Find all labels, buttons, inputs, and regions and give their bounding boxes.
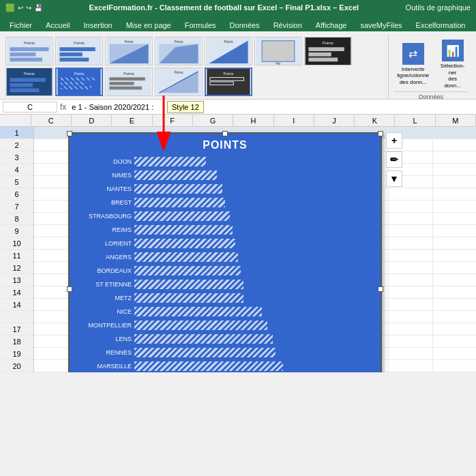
- tab-excelformation[interactable]: Excelformation: [409, 19, 473, 31]
- table-cell[interactable]: [433, 348, 476, 359]
- table-cell[interactable]: [389, 336, 433, 347]
- table-cell[interactable]: [433, 188, 476, 200]
- bar-label: NICE: [76, 308, 134, 315]
- chart-style-button[interactable]: ✏: [386, 151, 402, 168]
- chart-style-11[interactable]: Points: [155, 68, 203, 96]
- table-cell[interactable]: [433, 311, 476, 323]
- table-cell[interactable]: [433, 151, 476, 163]
- bar-label: DIJON: [76, 158, 134, 165]
- list-item: DIJON: [76, 155, 374, 168]
- chart-style-6[interactable]: Pts: [254, 37, 302, 65]
- name-box[interactable]: C: [3, 102, 57, 113]
- chart-style-12[interactable]: Points: [205, 68, 252, 96]
- row-2: 2: [0, 139, 33, 151]
- tab-revision[interactable]: Révision: [267, 19, 309, 31]
- table-cell[interactable]: [389, 299, 433, 310]
- table-cell[interactable]: [389, 323, 433, 335]
- svg-rect-37: [61, 82, 84, 85]
- table-cell[interactable]: [433, 176, 476, 188]
- table-cell[interactable]: [433, 200, 476, 212]
- resize-handle-tr[interactable]: [378, 131, 383, 136]
- table-cell[interactable]: [433, 139, 476, 151]
- resize-handle-mr[interactable]: [378, 286, 383, 292]
- list-item: NANTES: [76, 183, 374, 195]
- chart-style-8[interactable]: Points: [5, 68, 53, 96]
- table-cell[interactable]: [433, 336, 476, 347]
- bar-area: [134, 321, 374, 330]
- table-cell[interactable]: [389, 286, 433, 298]
- tab-miseenpage[interactable]: Mise en page: [119, 19, 178, 31]
- intervertir-button[interactable]: ⇄ Intervertirligne/colonnedes donn...: [394, 40, 432, 89]
- chart-body: DIJON NIMES NANTES BREST STRASBOURG: [70, 154, 381, 372]
- save-icon[interactable]: 💾: [34, 4, 42, 12]
- table-cell[interactable]: [389, 250, 433, 261]
- chart-style-10[interactable]: Points: [105, 68, 153, 96]
- col-header-e: E: [112, 115, 152, 126]
- chart-style-3[interactable]: Points: [105, 37, 153, 65]
- excel-logo: 🟩: [5, 3, 15, 12]
- chart-style-5[interactable]: Points: [205, 37, 252, 65]
- undo-icon[interactable]: ↩: [18, 4, 23, 12]
- chart-add-element-button[interactable]: +: [386, 132, 402, 149]
- table-cell[interactable]: [389, 213, 433, 224]
- chart-style-4[interactable]: Points: [155, 37, 203, 65]
- formula-input[interactable]: e 1 - Saison 2020/2021 :: [69, 102, 473, 112]
- bar-area: [134, 184, 374, 194]
- svg-text:Points: Points: [124, 40, 134, 44]
- col-header-g: G: [193, 115, 233, 126]
- tab-insertion[interactable]: Insertion: [76, 19, 119, 31]
- resize-handle-ml[interactable]: [67, 286, 72, 292]
- selection-button[interactable]: 📊 Sélection-nerdes donn...: [437, 37, 468, 91]
- tab-savemyfiles[interactable]: saveMyFiles: [353, 19, 408, 31]
- table-cell[interactable]: [433, 262, 476, 273]
- svg-rect-7: [59, 53, 82, 57]
- table-cell[interactable]: [433, 250, 476, 261]
- tab-donnees[interactable]: Données: [223, 19, 267, 31]
- row-1: 1: [0, 127, 33, 139]
- table-cell[interactable]: [389, 188, 433, 200]
- ribbon-section-label: Données: [394, 91, 468, 102]
- table-cell[interactable]: [433, 299, 476, 310]
- chart-style-7[interactable]: Points: [304, 37, 352, 65]
- resize-handle-tm[interactable]: [222, 131, 228, 136]
- table-cell[interactable]: [433, 164, 476, 175]
- chart-style-2[interactable]: Points: [55, 37, 103, 65]
- tab-fichier[interactable]: Fichier: [3, 19, 39, 31]
- svg-rect-1: [10, 47, 48, 51]
- table-cell[interactable]: [433, 213, 476, 224]
- chart-style-9[interactable]: Points: [55, 68, 103, 96]
- table-cell[interactable]: [433, 274, 476, 286]
- selection-label: Sélection-nerdes donn...: [440, 63, 465, 89]
- col-header-m: M: [436, 115, 476, 126]
- table-cell[interactable]: [389, 360, 433, 372]
- table-cell[interactable]: [433, 237, 476, 249]
- resize-handle-tl[interactable]: [67, 131, 72, 136]
- tab-developpeur[interactable]: Développeur: [472, 19, 476, 31]
- col-header-k: K: [355, 115, 395, 126]
- svg-rect-28: [308, 58, 338, 62]
- tab-affichage[interactable]: Affichage: [309, 19, 354, 31]
- table-cell[interactable]: [389, 237, 433, 249]
- table-cell[interactable]: [433, 127, 476, 138]
- title-bar-title: ExcelFormation.fr - Classement de footba…: [42, 3, 406, 12]
- list-item: METZ: [76, 292, 374, 304]
- chart-filter-button[interactable]: ▼: [386, 170, 402, 187]
- table-cell[interactable]: [389, 225, 433, 237]
- tab-accueil[interactable]: Accueil: [39, 19, 76, 31]
- table-cell[interactable]: [433, 286, 476, 298]
- table-cell[interactable]: [433, 323, 476, 335]
- chart-container[interactable]: POINTS DIJON NIMES NANTES BREST: [68, 132, 382, 372]
- bar-area: [134, 157, 374, 166]
- table-cell[interactable]: [389, 262, 433, 273]
- table-cell[interactable]: [389, 274, 433, 286]
- table-cell[interactable]: [389, 200, 433, 212]
- tab-formules[interactable]: Formules: [178, 19, 223, 31]
- title-bar-right: Outils de graphique: [406, 3, 471, 12]
- chart-style-1[interactable]: Points: [5, 37, 53, 65]
- table-cell[interactable]: [389, 348, 433, 359]
- table-cell[interactable]: [389, 311, 433, 323]
- redo-icon[interactable]: ↪: [26, 4, 31, 12]
- table-cell[interactable]: [433, 360, 476, 372]
- table-cell[interactable]: [433, 225, 476, 237]
- bar-fill: [134, 293, 243, 303]
